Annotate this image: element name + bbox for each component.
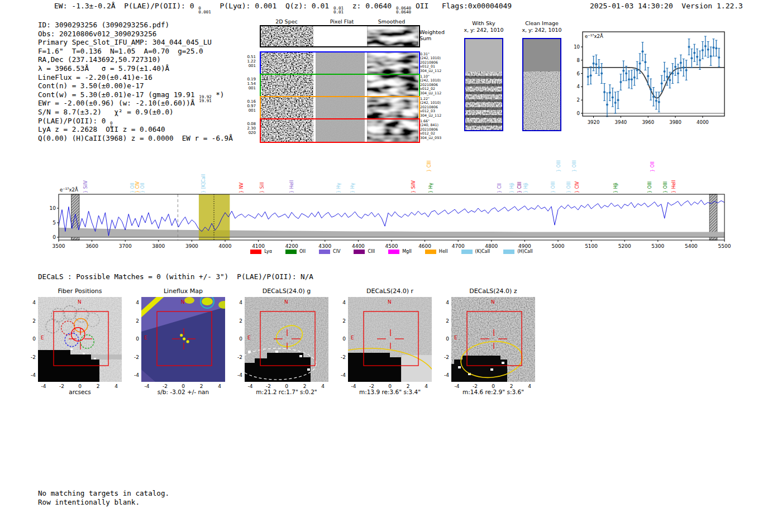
cutout-title-decals-z: DECaLS(24.0) z [451, 287, 535, 295]
y-tick-label: 4 [439, 300, 449, 305]
cutout-title-lineflux-map: Lineflux Map [141, 287, 225, 295]
x-tick-label: -4 [349, 384, 358, 389]
rect-shape [402, 355, 432, 382]
svg-shape [523, 39, 560, 130]
text-segment: λ = 3966.53Å σ = 5.79(±1.40)Å [38, 64, 169, 73]
spec2d-col-title-2dspec: 2D Spec [261, 18, 312, 25]
data-point [664, 70, 666, 73]
data-point [693, 52, 695, 54]
decals-r-cutout [348, 297, 432, 382]
y-tick-label: 10 [50, 205, 56, 211]
rect-shape [465, 99, 502, 102]
legend-item: (H)CaII [503, 249, 532, 254]
legend-label: MgII [402, 249, 412, 254]
compass-east: E [247, 335, 251, 341]
data-point [704, 45, 707, 47]
y-tick-label: 0 [53, 234, 56, 240]
x-tick-label: 4 [215, 384, 224, 389]
svg-shape [367, 75, 418, 97]
svg-shape [261, 97, 313, 119]
x-tick-label: 5500 [718, 243, 731, 249]
lineflux-dot [187, 340, 189, 343]
withsky-cutout [464, 38, 503, 131]
y-tick-label: 6 [577, 71, 580, 76]
rect-shape [261, 26, 313, 46]
legend-swatch [461, 250, 473, 254]
rect-shape [465, 107, 502, 110]
text-segment: RA,Dec (237.143692,50.727310) [38, 55, 161, 64]
rect-shape [490, 368, 493, 371]
y-tick-label: 2 [336, 318, 346, 324]
cutout-caption-z: m:14.6 re:2.9" s:3.6" [446, 389, 541, 395]
span-shape: 0.01 [333, 10, 344, 14]
spec2d-col-title-smoothed: Smoothed [366, 18, 417, 25]
svg-shape [465, 39, 502, 130]
info-line: Cont(w) = 5.30(±0.01)e-17 (gmag 19.91 19… [38, 90, 233, 99]
cleanimage-coords: x, y: 242, 1010 [511, 27, 573, 33]
y-tick-label: 4 [232, 300, 242, 305]
data-point [661, 82, 663, 84]
svg-shape [261, 26, 313, 46]
x-tick-label: 4 [422, 384, 431, 389]
info-line: LineFlux = -2.20(±0.41)e-16 [38, 73, 233, 82]
spec2d-image [261, 75, 313, 97]
x-tick-label: 2 [507, 384, 516, 389]
lineflux-dot [180, 334, 183, 337]
spec2d-col-title-pixelflat: Pixel Flat [317, 18, 367, 25]
footer-note-1: No matching targets in catalog. [38, 489, 169, 498]
x-tick-label: 2 [404, 384, 413, 389]
text-segment: z: 0.0640 [344, 2, 396, 10]
elixer-detection-report: EW: -1.3±-0.2Å P(LAE)/P(OII): 0 00.001 P… [0, 0, 782, 532]
data-point [685, 69, 688, 71]
x-tick-label: 4600 [418, 243, 431, 249]
span-shape: 0.001 [198, 10, 211, 14]
stacked-fraction: 19.9219.91 [199, 95, 212, 103]
compass-east: E [351, 335, 354, 341]
x-tick-label: -4 [246, 384, 255, 389]
legend-swatch [285, 250, 297, 254]
data-point [674, 66, 676, 68]
rect-shape [465, 76, 502, 79]
spec2d-row-meta: 1.22" (242, 1010) 20210806 v012_03 304_L… [420, 97, 441, 117]
legend-label: Lyα [264, 249, 272, 254]
data-point [718, 56, 720, 59]
compass-north: N [78, 299, 82, 305]
y-tick-label: 0 [577, 111, 580, 116]
text-segment: Primary Spec_Slot_IFU_AMP: 304_044_045_L… [38, 38, 212, 46]
y-tick-label: 2 [26, 318, 36, 324]
cutout-caption-lineflux: s/b: -3.02 +/- nan [136, 389, 231, 395]
info-line: Cont(n) = 3.50(±0.00)e-17 [38, 82, 233, 90]
y-tick-label: 8 [577, 57, 580, 63]
spec2d-image [261, 26, 313, 46]
stacked-fraction: 0.010.01 [333, 6, 344, 14]
cutout-caption-arcsecs: arcsecs [32, 389, 127, 395]
spec2d-image [261, 52, 313, 75]
detection-info-block: ID: 3090293256 (3090293256.pdf)Obs: 2021… [38, 21, 233, 142]
text-segment: Cont(w) = 5.30(±0.01)e-17 (gmag 19.91 [38, 90, 199, 99]
legend-label: (H)CaII [517, 249, 532, 254]
cleanimage-title: Clean Image [511, 20, 573, 26]
x-tick-label: 3600 [85, 243, 98, 249]
compass-east: E [144, 335, 147, 341]
data-point [683, 66, 685, 69]
data-point [639, 63, 641, 65]
header-timestamp: 2025-01-03 14:30:20 Version 1.22.3 [590, 2, 743, 10]
fiber-positions-cutout [38, 297, 122, 382]
rect-shape [307, 368, 310, 371]
info-line: RA,Dec (237.143692,50.727310) [38, 55, 233, 64]
data-point [628, 78, 630, 80]
rect-shape [94, 358, 96, 360]
data-point [614, 102, 617, 104]
data-point [603, 91, 605, 93]
y-tick-label: -2 [232, 354, 242, 360]
y-tick-label: -2 [26, 354, 36, 360]
y-tick-label: -4 [232, 372, 242, 378]
x-tick-label: 3980 [669, 119, 681, 125]
text-segment: F=1.6" T=0.136 N=1.05 A=0.70 g=25.0 [38, 47, 203, 55]
x-tick-label: 4400 [352, 243, 365, 249]
x-tick-label: -2 [471, 384, 480, 389]
withsky-coords: x, y: 242, 1010 [453, 27, 514, 33]
rect-shape [316, 97, 365, 119]
data-point [702, 49, 704, 51]
svg-shape [316, 97, 365, 119]
